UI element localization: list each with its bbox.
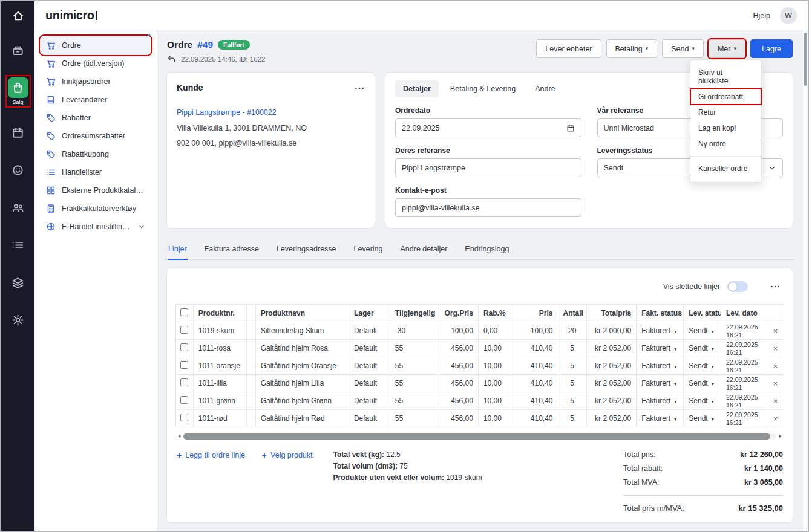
lev-status-dropdown[interactable]: Sendt▾ [684,340,721,357]
row-checkbox[interactable] [180,326,188,334]
produktnavn-cell: Sitteunderlag Skum [255,322,349,340]
mer-button[interactable]: Mer▾ [709,39,745,58]
caret-down-icon: ▾ [674,346,676,352]
sidebar-item[interactable]: Rabattkupong [41,145,151,163]
fakt-status-dropdown[interactable]: Fakturert▾ [637,392,684,410]
rail-item[interactable] [8,160,28,180]
rail-item-label: Salg [12,99,23,105]
line-tab[interactable]: Faktura adresse [204,240,260,260]
scrollbar-thumb[interactable] [183,433,770,440]
scroll-up-icon[interactable]: ▲ [147,32,152,37]
page-scrollbar[interactable] [802,30,808,531]
customer-address: Villa Villekulla 1, 3001 DRAMMEN, NO [177,124,365,132]
scroll-right-icon[interactable]: ► [778,434,783,439]
people-icon [11,201,24,214]
select-all-checkbox[interactable] [180,308,188,316]
lev-status-dropdown[interactable]: Sendt▾ [684,392,721,410]
fakt-status-dropdown[interactable]: Fakturert▾ [637,375,684,392]
menu-item[interactable]: Kanseller ordre [690,161,761,177]
fakt-status-dropdown[interactable]: Fakturert▾ [637,410,684,427]
delete-line-button[interactable]: × [767,392,784,410]
summary-row: Total pris: kr 12 260,00 [623,450,783,459]
menu-item[interactable]: Gi ordrerabatt [690,89,761,105]
checklist-icon [46,167,56,177]
lagre-button[interactable]: Lagre [750,39,793,58]
choose-product-button[interactable]: +Velg produkt [262,451,313,459]
show-deleted-toggle[interactable] [727,281,748,292]
sidebar-item[interactable]: Eksterne Produktkataloger [41,181,151,199]
layers-icon [11,276,24,289]
menu-item[interactable]: Skriv ut plukkliste [690,65,761,89]
lever-enheter-button[interactable]: Lever enheter [536,39,601,58]
ordredato-input[interactable]: 22.09.2025 [395,118,581,137]
caret-down-icon: ▾ [712,417,714,422]
row-checkbox[interactable] [180,378,188,386]
fakt-status-dropdown[interactable]: Fakturert▾ [637,340,684,357]
add-order-line-button[interactable]: +Legg til ordre linje [177,451,245,459]
line-tab[interactable]: Levering [353,240,384,260]
lev-dato-cell: 22.09.202516:21 [721,392,767,410]
ellipsis-icon[interactable] [354,83,365,94]
sidebar-item[interactable]: Ordresumsrabatter [41,127,151,145]
rail-item[interactable] [8,272,28,293]
weight-line: Total vekt (kg): 12.5 [333,449,482,461]
line-tab[interactable]: Leveringsadresse [276,240,337,260]
line-tab[interactable]: Endringslogg [464,240,509,260]
lev-status-dropdown[interactable]: Sendt▾ [684,322,721,340]
sidebar-item[interactable]: Innkjøpsordrer [41,73,151,91]
kontakt-epost-input[interactable] [395,198,581,217]
menu-item[interactable]: Retur [690,105,761,120]
row-checkbox[interactable] [180,396,188,404]
rail-item[interactable] [8,122,28,143]
rail-item[interactable] [8,40,28,60]
delete-line-button[interactable]: × [767,322,784,340]
row-checkbox[interactable] [180,361,188,369]
deres-referanse-input[interactable] [395,158,581,177]
delete-line-button[interactable]: × [767,340,784,357]
summary-total-row: Total pris m/MVA: kr 15 325,00 [623,504,783,513]
sidebar-item[interactable]: Ordre (tidl.versjon) [41,54,151,73]
details-tab[interactable]: Andre [527,80,563,97]
row-checkbox[interactable] [180,414,188,421]
delete-line-button[interactable]: × [767,375,784,392]
scrollbar-thumb[interactable] [804,33,807,86]
avatar[interactable]: W [780,7,797,24]
menu-item[interactable]: Lag en kopi [690,120,761,136]
sidebar-item[interactable]: Fraktkalkulatorverktøy [41,199,151,218]
fakt-status-dropdown[interactable]: Fakturert▾ [637,357,684,375]
sidebar-item[interactable]: Leverandører [41,91,151,109]
row-checkbox[interactable] [180,343,188,351]
org-pris-cell: 456,00 [437,357,479,375]
delete-line-button[interactable]: × [767,410,784,427]
menu-item[interactable]: Ny ordre [690,136,761,152]
app-logo: unimicro [45,8,97,22]
scroll-left-icon[interactable]: ◄ [177,434,182,439]
betaling-button[interactable]: Betaling▾ [606,39,658,58]
rail-item[interactable] [8,197,28,218]
fakt-status-dropdown[interactable]: Fakturert▾ [637,322,684,340]
rail-item[interactable] [8,235,28,255]
send-button[interactable]: Send▾ [662,39,704,58]
lev-status-dropdown[interactable]: Sendt▾ [684,410,721,427]
lev-status-dropdown[interactable]: Sendt▾ [684,375,721,392]
lev-status-dropdown[interactable]: Sendt▾ [684,357,721,375]
details-tab[interactable]: Betaling & Levering [442,80,523,97]
sidebar-item[interactable]: Ordre [41,36,151,54]
rab-cell: 10,00 [478,357,509,375]
sidebar-item[interactable]: Rabatter [41,109,151,127]
ellipsis-icon[interactable] [770,281,781,292]
customer-link[interactable]: Pippi Langstrømpe - #100022 [177,108,277,117]
rail-item[interactable]: Salg [8,77,28,105]
antall-cell: 20 [558,322,586,340]
order-number[interactable]: #49 [197,39,213,50]
sidebar-item[interactable]: Handlelister [41,163,151,181]
sidebar-item[interactable]: E-Handel innstillinger [41,218,151,236]
help-link[interactable]: Hjelp [753,11,771,20]
rail-item[interactable] [8,310,28,330]
line-tab[interactable]: Linjer [168,240,188,260]
details-tab[interactable]: Detaljer [395,80,439,97]
delete-line-button[interactable]: × [767,357,784,375]
home-nav[interactable] [1,1,34,30]
back-icon[interactable] [167,54,176,63]
line-tab[interactable]: Andre detaljer [400,240,448,260]
